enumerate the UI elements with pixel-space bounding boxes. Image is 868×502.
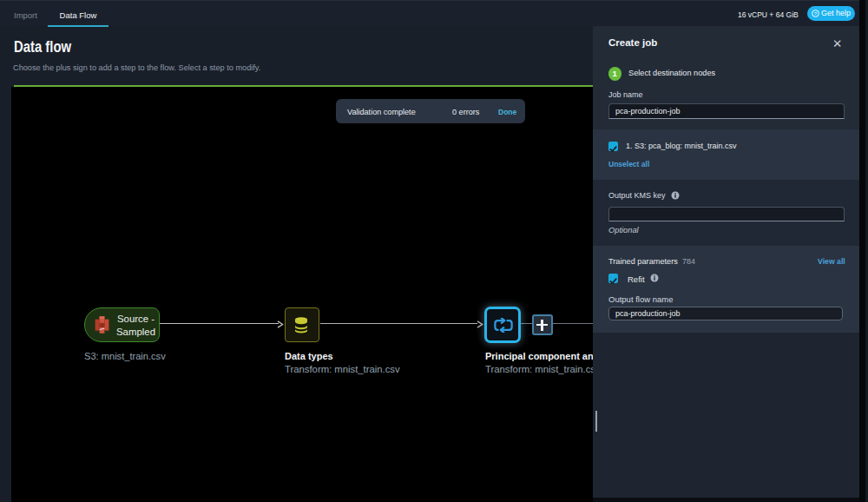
svg-text:?: ? [814, 10, 818, 17]
